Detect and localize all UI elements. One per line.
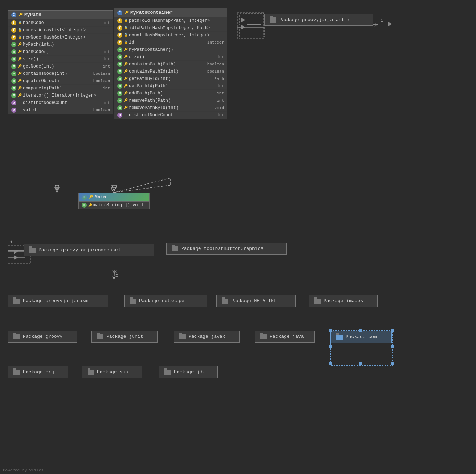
package-images[interactable]: Package images (309, 295, 378, 307)
package-icon (13, 299, 20, 304)
prop-icon: p (11, 108, 16, 113)
package-groovyjarjarantlr[interactable]: Package groovyjarjarantlr (264, 14, 373, 26)
field-icon: f (11, 35, 16, 40)
package-label: Package groovyjarjarasm (23, 298, 88, 304)
mypath-class: C 🔑 MyPath f 🔒 hashCode int f 🔒 nodes Ar… (8, 10, 113, 114)
package-icon (179, 334, 186, 339)
svg-marker-8 (374, 23, 378, 27)
prop-distinctnodecount: p distinctNodeCount int (8, 99, 113, 106)
method-containspath: m 🔑 containsPath(Path) boolean (114, 61, 227, 68)
package-netscape[interactable]: Package netscape (124, 295, 207, 307)
svg-marker-37 (112, 270, 117, 274)
method-icon: m (82, 203, 87, 208)
package-label: Package groovyjarjarantlr (279, 17, 350, 23)
mypathcontainer-header: C 🔑 MyPathContainer (114, 8, 227, 17)
method-type: int (217, 84, 224, 88)
key-icon: 🔑 (88, 203, 92, 207)
key-icon: 🔑 (19, 13, 22, 17)
key-icon: 🔑 (18, 79, 21, 83)
diagram-canvas: 1 1 1 C 🔑 MyPath f 🔒 hashCode int f 🔒 no… (0, 0, 476, 474)
method-icon: m (11, 93, 16, 98)
package-icon (172, 246, 178, 251)
field-type: int (103, 21, 110, 25)
method-icon: m (11, 49, 16, 54)
key-icon: 🔑 (18, 65, 21, 68)
method-size2: m 🔑 size() int (114, 53, 227, 61)
svg-marker-21 (111, 187, 116, 193)
package-jdk[interactable]: Package jdk (159, 366, 218, 378)
method-type: Path (215, 77, 224, 81)
svg-rect-45 (359, 362, 362, 365)
svg-marker-18 (55, 187, 59, 193)
package-icon (130, 299, 136, 304)
svg-marker-3 (112, 185, 117, 191)
package-javax[interactable]: Package javax (174, 331, 240, 343)
method-getpathid: m 🔑 getPathId(Path) int (114, 82, 227, 90)
key-icon: 🔑 (18, 43, 21, 46)
prop-type: boolean (93, 108, 110, 112)
package-sun[interactable]: Package sun (82, 366, 142, 378)
field-icon: f (117, 18, 122, 23)
method-name: hashCode() (23, 49, 49, 54)
key-icon: 🔑 (125, 11, 128, 15)
method-icon: m (117, 54, 122, 60)
key-icon: 🔑 (89, 195, 93, 199)
svg-text:1: 1 (115, 271, 118, 276)
method-icon: m (11, 42, 16, 47)
package-label: Package com (346, 334, 377, 340)
package-org[interactable]: Package org (8, 366, 68, 378)
package-java[interactable]: Package java (255, 331, 315, 343)
package-toolbarButtonGraphics[interactable]: Package toolbarButtonGraphics (166, 243, 287, 255)
method-type: int (217, 55, 224, 59)
key-icon: 🔑 (124, 77, 127, 81)
svg-marker-33 (14, 250, 18, 254)
mypathcontainer-title: MyPathContainer (130, 10, 173, 15)
package-com[interactable]: Package com (330, 331, 392, 343)
method-iterator: m 🔑 iterator() Iterator<Integer> (8, 92, 113, 99)
mypathcontainer-class: C 🔑 MyPathContainer f 🔒 pathToId HashMap… (114, 8, 227, 119)
method-type: int (103, 86, 110, 90)
method-getpathbyid: m 🔑 getPathById(int) Path (114, 75, 227, 82)
package-icon (29, 248, 36, 253)
method-icon: m (117, 84, 122, 89)
field-name: count HashMap<Integer, Integer> (129, 33, 210, 38)
package-groovyjarjarcommonscli[interactable]: Package groovyjarjarcommonscli (24, 244, 154, 256)
package-label: Package junit (106, 334, 143, 339)
field-name: nodes ArrayList<Integer> (23, 28, 86, 33)
field-name: pathToId HashMap<Path, Integer> (129, 18, 210, 23)
package-label: Package groovy (23, 334, 62, 339)
package-junit[interactable]: Package junit (91, 331, 158, 343)
key-icon: 🔑 (124, 48, 127, 52)
svg-marker-1 (55, 185, 59, 191)
field-idtopath: f 🔒 idToPath HashMap<Integer, Path> (114, 24, 227, 32)
key-icon: 🔑 (18, 72, 21, 76)
method-name: MyPathContainer() (129, 47, 173, 52)
method-name: getPathId(Path) (129, 84, 168, 89)
package-groovy[interactable]: Package groovy (8, 331, 77, 343)
key-icon: 🔑 (18, 94, 21, 97)
package-groovyjarjarasm[interactable]: Package groovyjarjarasm (8, 295, 108, 307)
package-label: Package java (270, 334, 304, 339)
package-icon (13, 334, 20, 339)
method-icon: m (117, 76, 122, 81)
package-icon (314, 299, 321, 304)
key-icon: 🔑 (18, 57, 21, 61)
method-type: boolean (93, 79, 110, 83)
method-type: boolean (207, 69, 224, 74)
method-type: int (217, 91, 224, 96)
class-icon-c: C (82, 195, 87, 200)
svg-rect-6 (240, 14, 264, 37)
main-class: C 🔑 Main m 🔑 main(String[]) void (78, 193, 150, 209)
lock-icon: 🔒 (18, 36, 21, 39)
field-icon: f (117, 33, 122, 38)
package-meta-inf[interactable]: Package META-INF (216, 295, 296, 307)
svg-marker-25 (241, 18, 245, 22)
method-size: m 🔑 size() int (8, 56, 113, 63)
method-name: equals(Object) (23, 78, 60, 84)
method-name: removePathById(int) (129, 105, 179, 110)
prop-icon: p (11, 100, 16, 105)
package-icon (164, 370, 171, 375)
package-label: Package images (324, 298, 363, 304)
svg-marker-28 (388, 22, 392, 26)
package-label: Package jdk (174, 369, 205, 375)
